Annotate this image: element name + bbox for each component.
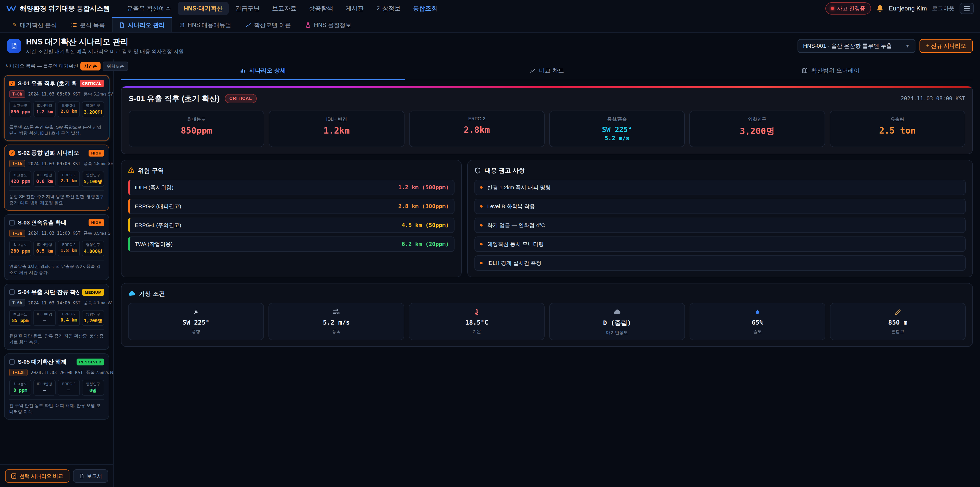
nav-item-bulletin-board[interactable]: 게시판 [340, 2, 369, 15]
main-tab-dispersion-overlay[interactable]: 확산범위 오버레이 [689, 62, 973, 80]
metric-label: 영향인구 [83, 173, 103, 177]
scenario-checkbox[interactable] [9, 220, 15, 225]
wind-speed-icon [333, 308, 340, 316]
menu-hamburger-icon[interactable] [959, 3, 974, 14]
map-icon [802, 68, 808, 73]
scenario-detail-header: S-01 유출 직후 (초기 확산) CRITICAL 2024.11.03 0… [129, 93, 965, 104]
main-tab-comparison-chart[interactable]: 비교 차트 [405, 62, 689, 80]
scenario-card-s05[interactable]: S-05 대기확산 해제 RESOLVED T+12h 2024.11.03 2… [4, 353, 109, 420]
detail-panels: ⚠ 위험 구역 IDLH (즉시위험) 1.2 km (500ppm) ERPG… [121, 160, 973, 277]
weather-label: 풍향 [192, 329, 200, 335]
nav-item-report-materials[interactable]: 보고자료 [266, 2, 302, 15]
recommendation-item: 반경 1.2km 즉시 대피 명령 [474, 180, 966, 195]
nav-item-integrated-search[interactable]: 통합조회 [407, 2, 443, 15]
scenario-wind: 풍속 5.2m/s SW [83, 91, 113, 97]
metric-label: 최고농도 [11, 312, 30, 317]
incident-in-progress-badge[interactable]: 사고 진행중 [825, 2, 871, 14]
scenario-checkbox[interactable] [9, 359, 15, 365]
scenario-title: S-02 풍향 변화 시나리오 [18, 149, 86, 157]
weather-tile-mixing-height: 850 m 혼합고 [830, 303, 966, 340]
tab-hns-response-manual[interactable]: HNS 대응매뉴얼 [172, 18, 239, 32]
metric-value: 8 ppm [11, 387, 30, 393]
tab-label: 분석 목록 [80, 21, 105, 29]
document-icon [79, 473, 84, 479]
scenario-checkbox[interactable] [9, 150, 15, 156]
time-offset-badge: T+1h [9, 160, 25, 167]
sort-by-time-button[interactable]: 시간순 [80, 62, 100, 70]
topnav-right: 사고 진행중 Eunjeong Kim 로그아웃 [825, 2, 974, 14]
tab-dispersion-model-theory[interactable]: 확산모델 이론 [239, 18, 298, 32]
risk-zone-value: 2.8 km (300ppm) [398, 203, 449, 209]
metric-value: 1,200명 [83, 318, 103, 324]
metric-label: IDLH반경 [35, 382, 54, 386]
page-header: HNS 대기확산 시나리오 관리 시간·조건별 대기확산 예측 시나리오 비교·… [0, 33, 980, 59]
weather-label: 대기안정도 [606, 330, 628, 335]
module-tab-bar: ✎ 대기확산 분석 분석 목록 시나리오 관리 HNS 대응매뉴얼 확산모델 [0, 18, 980, 33]
weather-tile-humidity: 65% 습도 [690, 303, 825, 340]
scenario-wind: 풍속 4.8m/s SE [83, 161, 113, 166]
scenario-sidebar: 시나리오 목록 — 톨루엔 대기확산 시간순 위험도순 S-01 유출 직후 (… [0, 59, 114, 487]
tab-scenario-management[interactable]: 시나리오 관리 [112, 18, 172, 32]
weather-value: SW 225° [183, 319, 209, 326]
metric-idlh-radius: IDLH반경 0.5 km [33, 241, 56, 256]
bullet-icon [480, 224, 483, 227]
app-root: 해양환경 위기대응 통합시스템 유출유 확산예측 HNS·대기확산 긴급구난 보… [0, 0, 980, 487]
kpi-spill-volume: 유출량 2.5 ton [830, 110, 965, 147]
metric-label: ERPG-2 [59, 173, 78, 177]
new-scenario-button[interactable]: + 신규 시나리오 [920, 39, 973, 53]
scenario-level-badge: CRITICAL [80, 80, 104, 87]
bullet-icon [480, 262, 483, 264]
metric-erpg2: ERPG-2 2.1 km [58, 171, 80, 187]
bullet-icon [480, 205, 483, 208]
metric-value: 850 ppm [11, 109, 30, 114]
metric-erpg2: ERPG-2 1.8 km [58, 241, 80, 256]
scenario-card-s02[interactable]: S-02 풍향 변화 시나리오 HIGH T+1h 2024.11.03 09:… [4, 145, 109, 211]
page-title-block: HNS 대기확산 시나리오 관리 시간·조건별 대기확산 예측 시나리오 비교·… [26, 37, 184, 55]
scenario-checkbox[interactable] [9, 81, 15, 86]
weather-label: 기온 [473, 329, 481, 335]
weather-label: 혼합고 [891, 329, 904, 335]
tab-analysis-list[interactable]: 분석 목록 [64, 18, 112, 32]
notification-bell-icon[interactable] [876, 5, 884, 12]
tab-hns-substance-info[interactable]: HNS 물질정보 [298, 18, 359, 32]
document-icon [11, 42, 18, 49]
warning-triangle-icon: ⚠ [128, 168, 134, 174]
scenario-card-s01[interactable]: S-01 유출 직후 (초기 확산) CRITICAL T+0h 2024.11… [4, 75, 109, 141]
tab-air-dispersion-analysis[interactable]: ✎ 대기확산 분석 [5, 18, 64, 32]
panel-title-label: 대응 권고 사항 [485, 166, 525, 175]
brand-wing-icon [6, 5, 16, 12]
recommendation-text: 화기 엄금 — 인화점 4°C [487, 222, 545, 229]
scenario-card-s04[interactable]: S-04 유출 차단·잔류 확산 MEDIUM T+6h 2024.11.03 … [4, 284, 109, 350]
nav-item-oil-spill-prediction[interactable]: 유출유 확산예측 [121, 2, 177, 15]
metric-label: ERPG-2 [59, 312, 78, 316]
scenario-checkbox[interactable] [9, 289, 15, 295]
kpi-max-concentration: 최대농도 850ppm [129, 110, 264, 147]
metric-affected-population: 영향인구 0명 [82, 380, 104, 396]
tab-label: HNS 물질정보 [314, 21, 352, 29]
thermometer-icon [473, 308, 480, 316]
main-tab-scenario-detail[interactable]: 시나리오 상세 [121, 62, 405, 80]
incident-select-value: HNS-001 · 울산 온산항 톨루엔 누출 [803, 42, 892, 50]
metric-label: 영향인구 [83, 243, 103, 247]
compare-scenarios-button[interactable]: ✓ 선택 시나리오 비교 [5, 469, 69, 483]
nav-item-aerial-search[interactable]: 항공탐색 [303, 2, 339, 15]
logout-button[interactable]: 로그아웃 [932, 5, 955, 12]
response-recommendations-panel: 대응 권고 사항 반경 1.2km 즉시 대피 명령 Level B 화학복 착… [467, 160, 973, 277]
time-offset-badge: T+12h [9, 369, 27, 376]
detail-tab-bar: 시나리오 상세 비교 차트 확산범위 오버레이 [121, 62, 973, 80]
weather-value: 65% [752, 319, 763, 326]
report-button-label: 보고서 [87, 473, 102, 480]
nav-item-emergency-rescue[interactable]: 긴급구난 [230, 2, 266, 15]
metric-label: 최고농도 [11, 243, 30, 247]
metric-value: 0.8 km [35, 179, 54, 184]
weather-tile-stability: D (중립) 대기안정도 [549, 303, 685, 340]
checkbox-icon: ✓ [11, 473, 16, 479]
scenario-card-s03[interactable]: S-03 연속유출 확대 HIGH T+3h 2024.11.03 11:00 … [4, 214, 109, 280]
report-button[interactable]: 보고서 [73, 469, 108, 483]
metric-idlh-radius: IDLH반경 — [33, 380, 56, 396]
nav-item-weather-info[interactable]: 기상정보 [371, 2, 406, 15]
metric-erpg2: ERPG-2 — [58, 380, 80, 396]
scenario-title: S-01 유출 직후 (초기 확산) [18, 80, 76, 87]
nav-item-hns-air-dispersion[interactable]: HNS·대기확산 [178, 2, 229, 15]
incident-select[interactable]: HNS-001 · 울산 온산항 톨루엔 누출 ▼ [797, 39, 915, 53]
